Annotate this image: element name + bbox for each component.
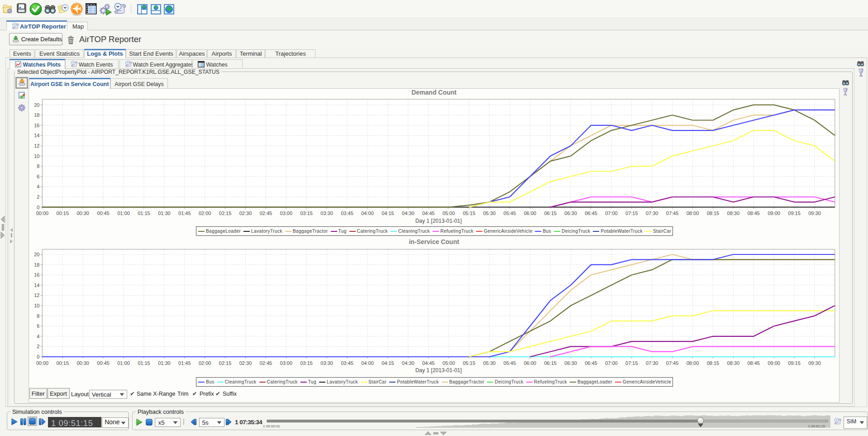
svg-text:06:45: 06:45 bbox=[585, 211, 597, 216]
svg-text:Day 1 [2013-01-01]: Day 1 [2013-01-01] bbox=[415, 218, 462, 224]
svg-text:06:15: 06:15 bbox=[544, 211, 557, 216]
svg-text:12: 12 bbox=[34, 143, 39, 149]
svg-text:02:00: 02:00 bbox=[198, 211, 211, 216]
svg-text:02:15: 02:15 bbox=[219, 360, 231, 366]
svg-text:01:30: 01:30 bbox=[158, 211, 171, 216]
svg-text:14: 14 bbox=[34, 283, 39, 288]
svg-text:04:45: 04:45 bbox=[422, 211, 434, 216]
svg-text:04:15: 04:15 bbox=[382, 211, 394, 216]
svg-text:02:45: 02:45 bbox=[259, 211, 272, 216]
svg-text:07:45: 07:45 bbox=[666, 211, 678, 216]
svg-text:00:15: 00:15 bbox=[56, 211, 69, 216]
svg-text:07:15: 07:15 bbox=[625, 211, 638, 216]
svg-text:09:15: 09:15 bbox=[788, 360, 801, 366]
svg-text:08:45: 08:45 bbox=[747, 360, 760, 366]
svg-text:2: 2 bbox=[37, 344, 39, 349]
svg-text:14: 14 bbox=[34, 133, 39, 138]
svg-text:04:15: 04:15 bbox=[382, 360, 394, 366]
svg-text:00:45: 00:45 bbox=[97, 211, 110, 216]
svg-text:05:45: 05:45 bbox=[503, 360, 516, 366]
svg-text:03:45: 03:45 bbox=[341, 211, 353, 216]
svg-text:1 09:51:15: 1 09:51:15 bbox=[808, 424, 825, 428]
svg-text:6: 6 bbox=[37, 174, 39, 179]
svg-text:08:15: 08:15 bbox=[706, 360, 719, 366]
svg-text:03:30: 03:30 bbox=[320, 211, 333, 216]
svg-text:8: 8 bbox=[37, 313, 39, 319]
svg-text:06:45: 06:45 bbox=[585, 360, 597, 366]
svg-text:06:30: 06:30 bbox=[564, 211, 577, 216]
svg-text:16: 16 bbox=[34, 272, 39, 278]
svg-text:0: 0 bbox=[37, 205, 39, 210]
svg-text:4: 4 bbox=[37, 184, 39, 189]
svg-text:01:00: 01:00 bbox=[117, 360, 130, 366]
svg-text:05:15: 05:15 bbox=[463, 211, 475, 216]
svg-text:01:15: 01:15 bbox=[138, 211, 150, 216]
svg-text:01:45: 01:45 bbox=[178, 211, 191, 216]
svg-text:04:00: 04:00 bbox=[361, 360, 374, 366]
svg-text:08:00: 08:00 bbox=[686, 360, 699, 366]
svg-text:05:30: 05:30 bbox=[483, 360, 496, 366]
svg-text:08:30: 08:30 bbox=[727, 360, 739, 366]
svg-text:00:30: 00:30 bbox=[76, 360, 89, 366]
svg-text:07:00: 07:00 bbox=[605, 211, 618, 216]
svg-text:06:30: 06:30 bbox=[564, 360, 577, 366]
svg-text:16: 16 bbox=[34, 123, 39, 128]
svg-text:12: 12 bbox=[34, 292, 39, 298]
svg-text:09:30: 09:30 bbox=[808, 211, 821, 216]
svg-text:20: 20 bbox=[34, 102, 39, 108]
svg-text:05:30: 05:30 bbox=[483, 211, 496, 216]
svg-text:07:45: 07:45 bbox=[666, 360, 678, 366]
svg-text:05:45: 05:45 bbox=[503, 211, 516, 216]
svg-text:03:30: 03:30 bbox=[320, 360, 333, 366]
svg-text:18: 18 bbox=[34, 262, 39, 268]
svg-text:09:00: 09:00 bbox=[768, 211, 780, 216]
svg-text:03:15: 03:15 bbox=[300, 360, 313, 366]
svg-text:00:00: 00:00 bbox=[36, 211, 48, 216]
svg-text:00:15: 00:15 bbox=[56, 360, 69, 366]
svg-text:07:15: 07:15 bbox=[625, 360, 638, 366]
svg-text:02:30: 02:30 bbox=[239, 211, 252, 216]
svg-text:04:00: 04:00 bbox=[361, 211, 374, 216]
svg-text:Demand Count: Demand Count bbox=[411, 89, 457, 96]
svg-text:10: 10 bbox=[34, 303, 39, 308]
svg-text:4: 4 bbox=[37, 334, 39, 339]
svg-text:00:00: 00:00 bbox=[36, 360, 48, 366]
svg-text:2: 2 bbox=[37, 194, 39, 200]
svg-text:06:00: 06:00 bbox=[524, 211, 536, 216]
svg-text:07:00: 07:00 bbox=[605, 360, 618, 366]
svg-text:04:30: 04:30 bbox=[402, 211, 415, 216]
svg-text:18: 18 bbox=[34, 112, 39, 118]
svg-text:05:00: 05:00 bbox=[442, 360, 455, 366]
svg-text:Day 1 [2013-01-01]: Day 1 [2013-01-01] bbox=[415, 367, 462, 374]
svg-text:08:45: 08:45 bbox=[747, 211, 760, 216]
svg-text:08:15: 08:15 bbox=[706, 211, 719, 216]
svg-text:02:30: 02:30 bbox=[239, 360, 252, 366]
svg-text:03:00: 03:00 bbox=[280, 211, 292, 216]
svg-text:0: 0 bbox=[37, 354, 39, 359]
svg-text:06:15: 06:15 bbox=[544, 360, 557, 366]
svg-text:05:15: 05:15 bbox=[463, 360, 475, 366]
svg-text:08:30: 08:30 bbox=[727, 211, 739, 216]
svg-text:02:15: 02:15 bbox=[219, 211, 231, 216]
svg-text:02:45: 02:45 bbox=[259, 360, 272, 366]
svg-text:04:45: 04:45 bbox=[422, 360, 434, 366]
svg-text:05:00: 05:00 bbox=[442, 211, 455, 216]
svg-text:07:30: 07:30 bbox=[645, 211, 658, 216]
svg-text:06:00: 06:00 bbox=[524, 360, 536, 366]
svg-text:01:30: 01:30 bbox=[158, 360, 171, 366]
svg-text:20: 20 bbox=[34, 252, 39, 257]
svg-text:03:15: 03:15 bbox=[300, 211, 313, 216]
svg-text:00:30: 00:30 bbox=[76, 211, 89, 216]
svg-text:09:15: 09:15 bbox=[788, 211, 801, 216]
svg-text:1 00:00:01: 1 00:00:01 bbox=[263, 424, 280, 428]
svg-text:6: 6 bbox=[37, 323, 39, 329]
svg-text:04:30: 04:30 bbox=[402, 360, 415, 366]
svg-text:8: 8 bbox=[37, 163, 39, 169]
svg-text:10: 10 bbox=[34, 153, 39, 159]
svg-text:02:00: 02:00 bbox=[198, 360, 211, 366]
svg-text:09:30: 09:30 bbox=[808, 360, 821, 366]
svg-text:01:45: 01:45 bbox=[178, 360, 191, 366]
svg-text:01:15: 01:15 bbox=[138, 360, 150, 366]
svg-text:07:30: 07:30 bbox=[645, 360, 658, 366]
svg-text:08:00: 08:00 bbox=[686, 211, 699, 216]
